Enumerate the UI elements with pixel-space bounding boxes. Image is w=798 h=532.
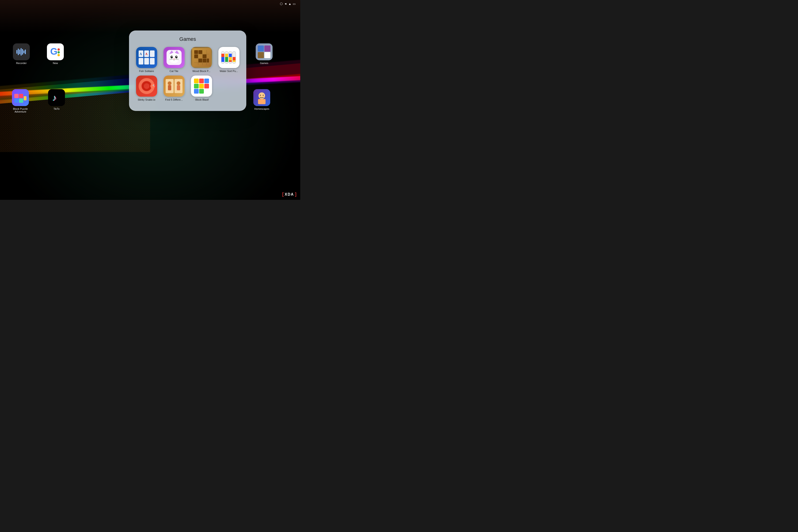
svg-point-25 <box>260 95 261 96</box>
homescapes-label: Homescapes <box>254 108 269 110</box>
homescapes-icon <box>253 89 270 106</box>
svg-text:♪: ♪ <box>53 93 57 103</box>
svg-rect-60 <box>203 54 206 58</box>
svg-rect-14 <box>19 94 23 98</box>
svg-point-43 <box>171 56 172 57</box>
svg-point-83 <box>150 84 155 89</box>
svg-point-88 <box>168 81 171 85</box>
wood-block-icon <box>191 47 212 68</box>
google-news-label: New <box>53 62 58 64</box>
google-news-icon: G <box>47 43 64 60</box>
svg-rect-1 <box>18 49 19 55</box>
svg-rect-62 <box>203 59 206 62</box>
svg-rect-2 <box>19 50 20 54</box>
app-block-puzzle[interactable]: Block Puzzle Adventure <box>10 89 31 113</box>
folder-app-find5[interactable]: Find 5 Differe... <box>161 76 187 101</box>
tiktok-label: TikTo <box>54 108 60 110</box>
svg-rect-5 <box>23 51 24 53</box>
svg-point-41 <box>171 56 173 58</box>
svg-rect-101 <box>199 89 204 94</box>
svg-rect-75 <box>229 57 232 60</box>
wood-block-label: Wood Block P... <box>192 70 210 73</box>
app-recorder[interactable]: Recorder <box>13 43 30 64</box>
svg-rect-89 <box>168 85 171 90</box>
water-sort-bg <box>218 47 240 68</box>
svg-point-42 <box>175 56 177 58</box>
block-puzzle-icon <box>12 89 29 106</box>
app-google-news[interactable]: G New <box>47 43 64 64</box>
svg-point-26 <box>263 95 264 96</box>
app-homescapes[interactable]: Homescapes <box>253 89 270 110</box>
fish-solitaire-icon: A A <box>136 47 157 68</box>
xda-bracket-left: [ <box>282 192 284 197</box>
folder-app-water-sort[interactable]: Water Sort Pu... <box>216 47 242 73</box>
battery-icon: ▭ <box>293 2 296 6</box>
signal-icon: ◄ <box>284 2 287 5</box>
wood-block-bg <box>191 47 212 68</box>
svg-rect-97 <box>194 84 199 89</box>
fish-solitaire-label: Fish Solitaire <box>139 70 154 73</box>
xda-watermark: [ XDA ] <box>282 192 297 197</box>
app-tiktok[interactable]: ♪ ♪ ♪ TikTo <box>48 89 65 110</box>
folder-title: Games <box>134 36 242 42</box>
bluetooth-icon: ⬡ <box>280 2 283 6</box>
svg-rect-61 <box>198 59 202 62</box>
svg-point-40 <box>169 53 179 63</box>
svg-rect-0 <box>16 50 17 54</box>
block-blast-icon <box>191 76 212 97</box>
svg-rect-30 <box>150 51 155 57</box>
recorder-label: Recorder <box>16 62 26 64</box>
svg-rect-67 <box>222 60 224 62</box>
xda-bracket-right: ] <box>295 192 297 197</box>
svg-rect-31 <box>139 58 143 64</box>
svg-rect-13 <box>14 94 19 98</box>
svg-text:A: A <box>139 52 142 56</box>
svg-rect-79 <box>233 57 235 60</box>
svg-rect-96 <box>204 79 209 83</box>
svg-rect-15 <box>14 98 19 103</box>
status-bar: ⬡ ◄ ▲ ▭ <box>280 2 296 6</box>
svg-rect-32 <box>144 58 149 64</box>
find5-icon <box>164 76 185 97</box>
folder-app-cat-tile[interactable]: Cat Tile <box>161 47 187 73</box>
svg-rect-92 <box>177 85 180 90</box>
folder-app-slinky-snake[interactable]: Slinky Snake.io <box>134 76 159 101</box>
folder-app-wood-block[interactable]: Wood Block P... <box>189 47 214 73</box>
games-folder-label: Games <box>260 62 268 64</box>
svg-rect-74 <box>229 60 232 62</box>
svg-text:A: A <box>145 52 148 56</box>
svg-rect-63 <box>207 59 209 62</box>
svg-rect-94 <box>194 79 199 83</box>
find5-label: Find 5 Differe... <box>165 98 183 101</box>
svg-point-44 <box>176 56 177 57</box>
tiktok-icon: ♪ ♪ ♪ <box>48 89 65 106</box>
svg-rect-59 <box>194 54 198 58</box>
svg-rect-72 <box>225 54 228 57</box>
svg-rect-57 <box>194 50 198 54</box>
svg-text:G: G <box>50 46 57 57</box>
svg-rect-17 <box>24 96 26 100</box>
svg-rect-16 <box>19 98 23 103</box>
folder-app-block-blast[interactable]: · Block Blast! <box>189 76 214 101</box>
fish-solitaire-bg: A A <box>136 47 157 68</box>
svg-rect-95 <box>199 79 204 83</box>
recorder-icon <box>13 43 30 60</box>
block-puzzle-label: Block Puzzle Adventure <box>10 108 31 113</box>
app-games-folder[interactable]: Games <box>256 43 272 64</box>
svg-rect-33 <box>150 58 155 64</box>
svg-rect-66 <box>222 57 224 60</box>
svg-rect-78 <box>233 60 235 62</box>
find5-bg <box>164 76 185 97</box>
cat-tile-label: Cat Tile <box>170 70 178 73</box>
svg-point-91 <box>177 81 180 85</box>
cat-tile-bg <box>164 47 185 68</box>
svg-rect-24 <box>258 99 266 104</box>
svg-rect-76 <box>229 54 232 57</box>
svg-point-85 <box>153 85 154 86</box>
games-folder-popup: Games <box>129 31 246 111</box>
svg-rect-6 <box>25 50 26 54</box>
svg-rect-70 <box>225 60 228 62</box>
svg-point-10 <box>57 51 60 54</box>
folder-app-fish-solitaire[interactable]: A A Fish Solitaire <box>134 47 159 73</box>
svg-rect-3 <box>21 48 22 56</box>
